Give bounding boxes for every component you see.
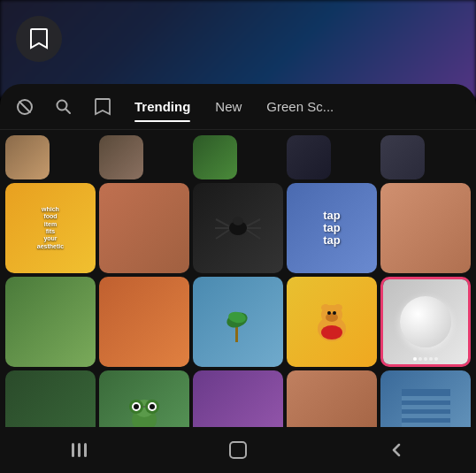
tab-green-screen[interactable]: Green Sc... — [256, 92, 344, 121]
svg-point-20 — [327, 311, 331, 315]
list-item[interactable] — [193, 183, 283, 273]
svg-point-22 — [321, 325, 342, 339]
tab-saved[interactable] — [85, 89, 120, 125]
dot-2 — [418, 357, 422, 361]
svg-line-1 — [19, 101, 31, 112]
list-item[interactable] — [193, 135, 237, 179]
svg-rect-35 — [402, 414, 450, 418]
svg-line-6 — [216, 219, 229, 226]
bottom-nav — [0, 427, 476, 473]
dot-5 — [434, 357, 438, 361]
svg-line-11 — [247, 230, 260, 239]
list-item[interactable] — [5, 135, 50, 179]
main-panel: Trending New Green Sc... — [0, 84, 476, 473]
svg-point-30 — [150, 404, 155, 409]
dot-3 — [424, 357, 427, 361]
bookmark-button[interactable] — [16, 16, 62, 62]
list-item[interactable] — [193, 277, 283, 367]
svg-rect-42 — [78, 443, 81, 457]
list-item[interactable] — [99, 277, 189, 367]
list-item[interactable]: whichfooditemfitsyouraesthetic — [5, 183, 96, 273]
list-item[interactable] — [380, 277, 471, 367]
white-ball-icon — [400, 296, 451, 347]
dot-1 — [413, 357, 417, 361]
background-blur — [0, 0, 476, 97]
nav-back-button[interactable] — [370, 432, 423, 468]
list-item[interactable] — [99, 135, 143, 179]
svg-rect-44 — [230, 442, 246, 458]
svg-rect-41 — [72, 443, 74, 457]
tab-search[interactable] — [46, 89, 81, 125]
list-item[interactable] — [5, 277, 96, 367]
svg-rect-34 — [402, 405, 450, 409]
svg-line-9 — [247, 219, 260, 226]
tab-trending[interactable]: Trending — [124, 92, 201, 121]
svg-point-21 — [333, 311, 336, 315]
svg-point-18 — [334, 304, 342, 311]
svg-line-8 — [216, 230, 229, 239]
tab-ban[interactable] — [7, 89, 42, 125]
progress-dots — [413, 357, 438, 361]
filter-grid-container[interactable]: whichfooditemfitsyouraesthetic — [0, 130, 476, 473]
svg-point-5 — [233, 217, 243, 225]
svg-rect-43 — [84, 443, 87, 457]
list-item[interactable] — [380, 135, 425, 179]
nav-home-button[interactable] — [211, 432, 265, 468]
svg-point-19 — [326, 313, 338, 322]
svg-line-3 — [66, 109, 71, 113]
tab-bar: Trending New Green Sc... — [0, 84, 476, 130]
dot-4 — [429, 357, 433, 361]
list-item[interactable] — [99, 183, 189, 273]
list-item[interactable]: taptaptap — [287, 183, 377, 273]
tab-new[interactable]: New — [204, 92, 252, 121]
list-item[interactable] — [287, 277, 377, 367]
svg-point-29 — [134, 404, 139, 409]
svg-rect-33 — [402, 396, 450, 401]
list-item[interactable] — [287, 135, 331, 179]
svg-point-17 — [321, 304, 330, 311]
list-item[interactable] — [380, 183, 471, 273]
filter-grid: whichfooditemfitsyouraesthetic — [5, 135, 471, 473]
nav-menu-button[interactable] — [53, 432, 106, 468]
